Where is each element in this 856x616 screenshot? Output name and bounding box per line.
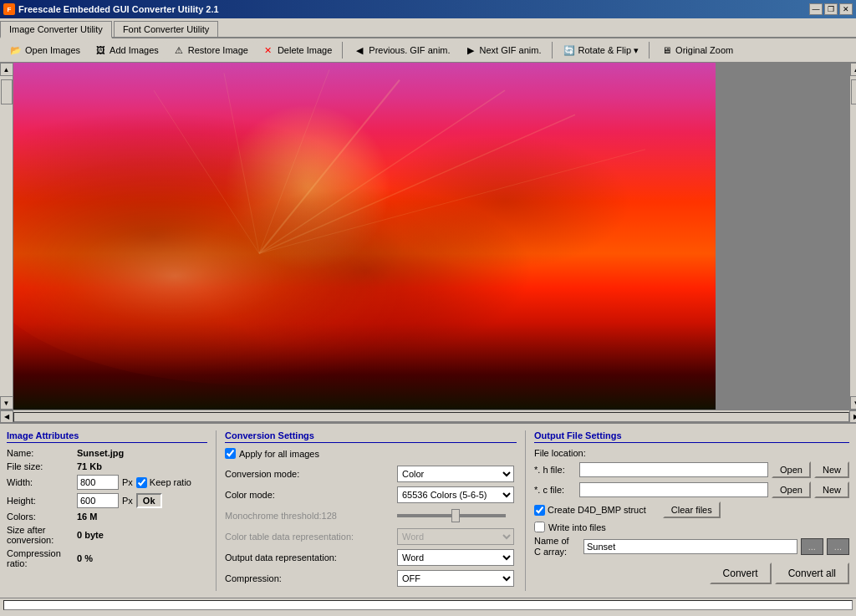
- c-file-input[interactable]: [579, 482, 768, 497]
- open-images-button[interactable]: 📂 Open Images: [3, 41, 86, 59]
- scroll-left-arrow[interactable]: ◀: [0, 410, 13, 423]
- width-unit: Px: [122, 477, 133, 487]
- scroll-down-arrow-left[interactable]: ▼: [0, 396, 13, 410]
- compression-ratio-value: 0 %: [77, 553, 93, 563]
- next-gif-button[interactable]: ▶ Next GIF anim.: [458, 41, 548, 59]
- name-array-row: Name of C array: ... ...: [534, 536, 849, 557]
- h-file-row: *. h file: Open New: [534, 461, 849, 478]
- output-data-select[interactable]: Word Byte Dword: [397, 549, 514, 566]
- scroll-thumb-v-left[interactable]: [1, 79, 13, 104]
- color-table-label: Color table data representation:: [225, 532, 392, 542]
- toolbar-separator-2: [552, 42, 553, 59]
- toolbar-separator-1: [342, 42, 343, 59]
- output-settings-section: Output File Settings File location: *. h…: [525, 430, 849, 591]
- scrollbar-horizontal[interactable]: ◀ ▶: [0, 410, 856, 422]
- apply-all-label: Apply for all images: [239, 449, 319, 459]
- slider-thumb[interactable]: [451, 509, 460, 522]
- delete-image-icon: ✕: [262, 43, 275, 57]
- create-d4d-checkbox[interactable]: [534, 505, 545, 516]
- width-label: Width:: [7, 477, 74, 487]
- width-row: Width: Px Keep ratio: [7, 475, 207, 490]
- dark-button-2[interactable]: ...: [827, 538, 849, 555]
- size-after-value: 0 byte: [77, 530, 104, 540]
- colors-value: 16 M: [77, 512, 97, 522]
- conversion-mode-row: Conversion mode: Color Monochrome Graysc…: [225, 466, 517, 482]
- size-after-label: Size after conversion:: [7, 525, 74, 545]
- bottom-panel: Image Attributes Name: Sunset.jpg File s…: [0, 422, 856, 598]
- h-file-open-button[interactable]: Open: [772, 461, 811, 478]
- conversion-mode-select[interactable]: Color Monochrome Grayscale: [397, 466, 514, 482]
- c-file-new-button[interactable]: New: [814, 481, 849, 498]
- prev-gif-button[interactable]: ◀ Previous. GIF anim.: [347, 41, 456, 59]
- tab-image-converter[interactable]: Image Converter Utility: [0, 21, 112, 38]
- window-controls: — ❐ ✕: [809, 3, 853, 15]
- svg-point-0: [13, 142, 540, 385]
- clear-files-button[interactable]: Clear files: [663, 501, 721, 518]
- apply-all-checkbox[interactable]: [225, 448, 236, 459]
- delete-image-button[interactable]: ✕ Delete Image: [256, 41, 338, 59]
- monochrome-slider[interactable]: [397, 514, 506, 517]
- scrollbar-right[interactable]: ▲ ▼: [849, 63, 856, 410]
- colors-label: Colors:: [7, 512, 74, 522]
- h-scroll-track[interactable]: [13, 412, 849, 422]
- keep-ratio-checkbox[interactable]: [136, 477, 147, 488]
- add-images-button[interactable]: 🖼 Add Images: [88, 41, 165, 59]
- keep-ratio-row: Keep ratio: [136, 477, 191, 488]
- status-bar: [0, 598, 856, 611]
- name-label: Name:: [7, 448, 74, 458]
- rotate-flip-icon: 🔄: [563, 43, 576, 57]
- tab-font-converter[interactable]: Font Converter Utility: [114, 21, 218, 37]
- output-settings-title: Output File Settings: [534, 430, 849, 443]
- scroll-up-arrow-right[interactable]: ▲: [850, 63, 857, 76]
- rotate-flip-button[interactable]: 🔄 Rotate & Flip ▾: [557, 41, 645, 59]
- tab-bar: Image Converter Utility Font Converter U…: [0, 18, 856, 38]
- scroll-right-arrow[interactable]: ▶: [849, 410, 856, 423]
- image-area: ▲ ▼: [0, 63, 856, 422]
- output-data-label: Output data representation:: [225, 552, 392, 563]
- sun-rays-svg: [13, 63, 716, 410]
- app-title: Freescale Embedded GUI Converter Utility…: [18, 4, 219, 14]
- monochrome-row: Monochrome threshold:128: [225, 507, 517, 524]
- compression-row: Compression: OFF RLE LZW: [225, 570, 517, 587]
- conversion-settings-title: Conversion Settings: [225, 430, 517, 443]
- height-row: Height: Px Ok: [7, 493, 207, 508]
- compression-select[interactable]: OFF RLE LZW: [397, 570, 514, 587]
- filesize-label: File size:: [7, 461, 74, 471]
- sunset-image: [13, 63, 716, 410]
- color-mode-select[interactable]: 65536 Colors (5-6-5) 256 Colors (8-8-8) …: [397, 486, 514, 503]
- restore-image-button[interactable]: ⚠ Restore Image: [166, 41, 254, 59]
- h-file-new-button[interactable]: New: [814, 461, 849, 478]
- c-file-label: *. c file:: [534, 485, 576, 495]
- write-into-label: Write into files: [548, 522, 606, 532]
- scroll-up-arrow[interactable]: ▲: [0, 63, 13, 76]
- height-input[interactable]: [77, 493, 119, 508]
- minimize-button[interactable]: —: [809, 3, 823, 15]
- ok-button[interactable]: Ok: [136, 493, 162, 508]
- color-table-select[interactable]: Word: [397, 528, 514, 545]
- dark-button-1[interactable]: ...: [801, 538, 823, 555]
- convert-all-button[interactable]: Convert all: [775, 563, 849, 584]
- scrollbar-left[interactable]: ▲ ▼: [0, 63, 13, 410]
- next-gif-icon: ▶: [464, 43, 477, 57]
- c-file-open-button[interactable]: Open: [772, 481, 811, 498]
- scroll-down-arrow-right[interactable]: ▼: [850, 396, 857, 410]
- conversion-settings-section: Conversion Settings Apply for all images…: [216, 430, 517, 591]
- name-array-input[interactable]: [583, 539, 797, 554]
- prev-gif-icon: ◀: [353, 43, 366, 57]
- title-text: F Freescale Embedded GUI Converter Utili…: [3, 3, 219, 15]
- toolbar: 📂 Open Images 🖼 Add Images ⚠ Restore Ima…: [0, 38, 856, 63]
- write-into-checkbox[interactable]: [534, 522, 545, 532]
- width-input[interactable]: [77, 475, 119, 490]
- name-array-label: Name of C array:: [534, 536, 580, 557]
- close-button[interactable]: ✕: [839, 3, 853, 15]
- h-file-input[interactable]: [579, 462, 768, 477]
- convert-row: Convert Convert all: [534, 563, 849, 584]
- restore-button[interactable]: ❐: [824, 3, 838, 15]
- convert-button[interactable]: Convert: [710, 563, 772, 584]
- original-zoom-icon: 🖥: [660, 43, 673, 57]
- scroll-thumb-v-right[interactable]: [851, 79, 857, 104]
- toolbar-separator-3: [649, 42, 650, 59]
- original-zoom-button[interactable]: 🖥 Original Zoom: [654, 41, 739, 59]
- add-images-icon: 🖼: [94, 43, 107, 57]
- rotate-dropdown-arrow: ▾: [634, 45, 639, 56]
